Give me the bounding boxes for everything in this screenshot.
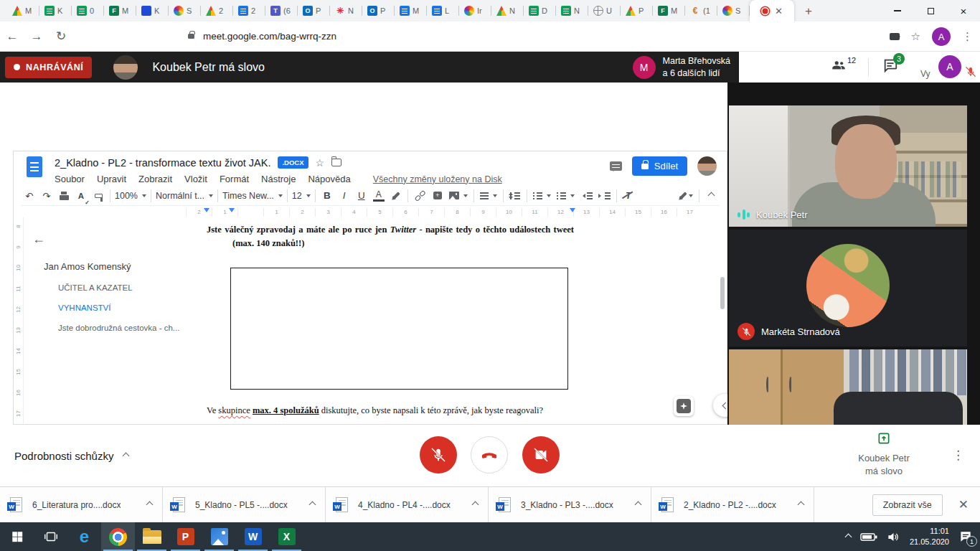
doc-star-icon[interactable]: ☆ [316, 157, 325, 169]
window-close-button[interactable]: × [947, 0, 980, 22]
photos-taskbar-icon[interactable] [202, 522, 236, 551]
browser-tab[interactable]: Ir [459, 0, 491, 22]
spellcheck-icon[interactable]: A [75, 188, 87, 204]
browser-tab[interactable]: P [298, 0, 330, 22]
insert-image-icon[interactable] [449, 188, 468, 204]
download-menu-chevron[interactable] [635, 501, 642, 509]
browser-tab[interactable]: 2 [233, 0, 265, 22]
style-dropdown[interactable]: Normální t... [154, 191, 215, 201]
maximize-button[interactable] [914, 0, 947, 22]
outline-item[interactable]: Jan Amos Komenský [44, 261, 187, 272]
browser-tab[interactable]: M [653, 0, 685, 22]
docs-menu-item[interactable]: Soubor [55, 174, 85, 184]
docs-account-avatar[interactable] [697, 156, 717, 176]
battery-icon[interactable] [860, 532, 877, 542]
docs-menu-item[interactable]: Nápověda [308, 174, 350, 184]
browser-tab[interactable]: P [621, 0, 653, 22]
italic-icon[interactable]: I [339, 188, 350, 204]
taskbar-clock[interactable]: 11:01 21.05.2020 [910, 526, 949, 547]
print-icon[interactable] [58, 188, 70, 204]
browser-profile-avatar[interactable]: A [932, 27, 951, 46]
tab-close-icon[interactable]: ✕ [775, 6, 783, 17]
margin-marker-left[interactable] [204, 208, 209, 215]
browser-tab[interactable]: D [524, 0, 556, 22]
font-size-dropdown[interactable]: 12 [291, 191, 312, 201]
browser-tab[interactable]: M [395, 0, 427, 22]
numbered-list-icon[interactable] [533, 188, 551, 204]
share-button[interactable]: Sdílet [632, 156, 687, 176]
download-menu-chevron[interactable] [309, 501, 316, 509]
url-text[interactable]: meet.google.com/bag-wrrq-zzn [203, 31, 336, 42]
browser-tab[interactable]: M [104, 0, 136, 22]
download-item[interactable]: 6_Literatura pro....docx [0, 487, 163, 522]
outline-close-icon[interactable]: ← [32, 232, 187, 247]
highlight-icon[interactable] [390, 188, 402, 204]
bookmark-star-icon[interactable]: ☆ [911, 30, 920, 43]
video-tile-koubek[interactable]: Koubek Petr [729, 105, 967, 227]
outdent-icon[interactable] [580, 188, 593, 204]
back-icon[interactable]: ← [0, 29, 24, 44]
browser-tab[interactable]: N [491, 0, 524, 22]
more-options-icon[interactable]: ⋮ [952, 448, 964, 463]
font-dropdown[interactable]: Times New... [221, 191, 284, 201]
volume-icon[interactable] [887, 530, 900, 544]
comments-icon[interactable] [610, 161, 622, 171]
download-item[interactable]: 5_Kladno - PL5 -....docx [163, 487, 326, 522]
indent-icon[interactable] [598, 188, 611, 204]
browser-tab[interactable]: K [39, 0, 72, 22]
insert-link-icon[interactable] [414, 190, 425, 202]
underline-icon[interactable]: U [356, 188, 367, 204]
outline-item[interactable]: VYHNANSTVÍ [58, 303, 187, 312]
move-folder-icon[interactable] [331, 159, 341, 166]
docs-menu-item[interactable]: Vložit [184, 174, 207, 184]
line-spacing-icon[interactable] [509, 188, 521, 204]
action-center-button[interactable]: 1 [958, 529, 973, 544]
document-page[interactable]: Jste válečný zpravodaj a máte ale po ruc… [193, 217, 714, 424]
browser-tab[interactable]: L [427, 0, 459, 22]
video-tile-room[interactable] [729, 349, 967, 425]
browser-tab[interactable]: N [556, 0, 588, 22]
paint-format-icon[interactable] [93, 188, 104, 204]
browser-tab[interactable]: U [588, 0, 621, 22]
chat-button[interactable]: 3 [882, 57, 898, 76]
participants-button[interactable]: 12 [831, 57, 856, 73]
reload-icon[interactable]: ↻ [49, 29, 73, 44]
clear-formatting-icon[interactable]: T [623, 188, 634, 204]
video-tile-marketa[interactable]: Markéta Strnadová [729, 230, 967, 347]
tweet-answer-box[interactable] [230, 268, 568, 390]
forward-icon[interactable]: → [24, 29, 49, 44]
bold-icon[interactable]: B [321, 188, 333, 204]
browser-tab[interactable]: 0 [72, 0, 104, 22]
active-tab-meet[interactable]: ✕ [750, 0, 794, 22]
editing-mode-icon[interactable] [682, 188, 693, 204]
explore-button[interactable] [674, 396, 694, 416]
docs-menu-item[interactable]: Formát [220, 174, 249, 184]
file-explorer-taskbar-icon[interactable] [135, 522, 169, 551]
add-comment-icon[interactable] [432, 188, 443, 204]
download-item[interactable]: 3_Kladno - PL3 -....docx [489, 487, 651, 522]
margin-marker-right[interactable] [570, 208, 575, 215]
document-title[interactable]: 2_Kladno - PL2 - transformace textu živo… [55, 157, 270, 169]
meeting-details-button[interactable]: Podrobnosti schůzky [14, 425, 128, 486]
browser-menu-icon[interactable]: ⋮ [962, 30, 973, 43]
outline-item[interactable]: UČITEL A KAZATEL [58, 283, 187, 292]
download-shelf-close-icon[interactable]: ✕ [958, 497, 969, 512]
lock-icon[interactable] [188, 34, 194, 39]
show-all-downloads-button[interactable]: Zobrazit vše [872, 494, 943, 516]
mute-microphone-button[interactable] [420, 436, 457, 474]
download-menu-chevron[interactable] [146, 501, 154, 509]
download-menu-chevron[interactable] [798, 501, 805, 509]
camera-permission-icon[interactable] [890, 33, 900, 40]
docs-menu-item[interactable]: Nástroje [261, 174, 296, 184]
new-tab-button[interactable]: + [798, 1, 819, 22]
align-icon[interactable] [480, 188, 497, 204]
browser-tab[interactable]: S [169, 0, 201, 22]
minimize-button[interactable] [881, 0, 914, 22]
docs-scrollbar-thumb[interactable] [720, 277, 725, 309]
docs-menu-item[interactable]: Upravit [97, 174, 126, 184]
hang-up-button[interactable] [471, 436, 508, 474]
word-taskbar-icon[interactable]: W [236, 522, 270, 551]
bulleted-list-icon[interactable] [557, 188, 575, 204]
task-view-button[interactable] [34, 522, 67, 551]
redo-icon[interactable]: ↷ [41, 188, 52, 204]
